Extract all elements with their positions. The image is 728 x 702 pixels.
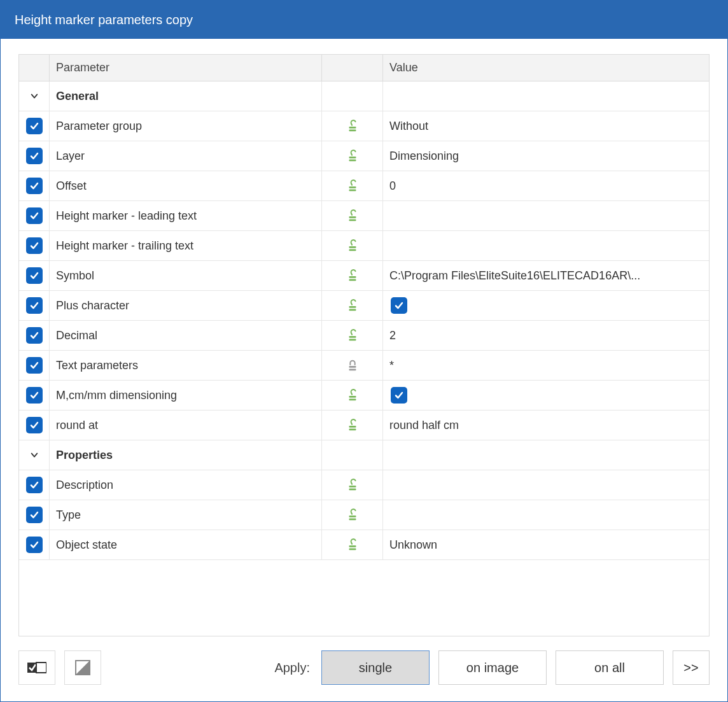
row-checkbox[interactable] (26, 118, 43, 134)
unlock-icon[interactable] (346, 388, 360, 402)
header-parameter[interactable]: Parameter (50, 55, 322, 81)
svg-rect-2 (349, 157, 356, 158)
row-checkbox[interactable] (26, 507, 43, 523)
svg-rect-25 (349, 519, 356, 521)
parameter-label: Parameter group (56, 120, 142, 133)
parameter-label: Decimal (56, 329, 97, 342)
titlebar: Height marker parameters copy (1, 1, 727, 39)
apply-single-button[interactable]: single (321, 650, 430, 685)
row-checkbox[interactable] (26, 477, 43, 493)
table-row: Text parameters* (19, 351, 709, 381)
row-checkbox[interactable] (26, 237, 43, 254)
group-row[interactable]: Properties (19, 440, 709, 470)
close-icon[interactable] (703, 8, 713, 31)
group-row[interactable]: General (19, 81, 709, 111)
apply-on-all-button[interactable]: on all (556, 650, 664, 685)
header-check-col (19, 55, 50, 81)
svg-rect-7 (349, 220, 356, 221)
unlock-icon[interactable] (346, 179, 360, 193)
value-text[interactable]: C:\Program Files\EliteSuite16\ELITECAD16… (389, 269, 640, 283)
grid-header: Parameter Value (19, 55, 709, 81)
row-checkbox[interactable] (26, 387, 43, 404)
unlock-icon[interactable] (346, 119, 360, 133)
unlock-icon[interactable] (346, 538, 360, 552)
value-text[interactable]: Without (389, 120, 428, 133)
apply-on-image-button[interactable]: on image (438, 650, 547, 685)
table-row: round atround half cm (19, 411, 709, 440)
parameter-label: Type (56, 509, 81, 522)
table-row: Parameter groupWithout (19, 111, 709, 141)
svg-rect-14 (349, 336, 356, 338)
header-lock-col (322, 55, 383, 81)
svg-rect-23 (349, 489, 356, 491)
group-label: General (56, 90, 99, 103)
unlock-icon[interactable] (346, 269, 360, 283)
unlock-icon[interactable] (346, 328, 360, 342)
svg-rect-21 (349, 429, 356, 431)
dialog-footer: Apply: single on image on all >> (1, 636, 727, 701)
parameter-grid: Parameter Value GeneralParameter groupWi… (18, 54, 710, 636)
row-checkbox[interactable] (26, 207, 43, 224)
value-text[interactable]: Unknown (389, 538, 437, 552)
value-text[interactable]: 2 (389, 329, 396, 342)
dialog-window: Height marker parameters copy Parameter … (0, 0, 728, 702)
window-title: Height marker parameters copy (15, 13, 703, 27)
unlock-icon[interactable] (346, 298, 360, 312)
svg-rect-3 (349, 160, 356, 162)
parameter-label: Plus character (56, 299, 129, 312)
table-row: Plus character (19, 291, 709, 321)
header-value[interactable]: Value (383, 55, 709, 81)
svg-rect-6 (349, 216, 356, 218)
row-checkbox[interactable] (26, 327, 43, 344)
svg-rect-16 (349, 366, 356, 368)
table-row: SymbolC:\Program Files\EliteSuite16\ELIT… (19, 261, 709, 291)
parameter-label: Description (56, 479, 113, 492)
svg-rect-19 (349, 399, 356, 401)
value-text[interactable]: round half cm (389, 419, 459, 432)
svg-rect-22 (349, 486, 356, 488)
unlock-icon[interactable] (346, 508, 360, 522)
row-checkbox[interactable] (26, 148, 43, 164)
unlock-icon[interactable] (346, 478, 360, 492)
unlock-icon[interactable] (346, 209, 360, 223)
svg-rect-9 (349, 249, 356, 251)
lock-icon[interactable] (346, 358, 360, 372)
parameter-label: M,cm/mm dimensioning (56, 389, 177, 402)
svg-rect-20 (349, 426, 356, 428)
check-all-button[interactable] (18, 650, 55, 685)
value-text[interactable]: Dimensioning (389, 150, 459, 163)
table-row: Description (19, 470, 709, 500)
unlock-icon[interactable] (346, 149, 360, 163)
invert-check-button[interactable] (64, 650, 101, 685)
chevron-down-icon[interactable] (29, 90, 40, 102)
table-row: M,cm/mm dimensioning (19, 381, 709, 411)
chevron-down-icon[interactable] (29, 449, 40, 461)
parameter-label: round at (56, 419, 98, 432)
parameter-label: Height marker - trailing text (56, 239, 193, 253)
row-checkbox[interactable] (26, 267, 43, 284)
grid-body: GeneralParameter groupWithoutLayerDimens… (19, 81, 709, 636)
svg-rect-8 (349, 246, 356, 248)
more-button[interactable]: >> (673, 650, 710, 685)
svg-rect-15 (349, 339, 356, 341)
value-checkbox[interactable] (391, 297, 407, 314)
svg-rect-24 (349, 516, 356, 517)
row-checkbox[interactable] (26, 357, 43, 374)
svg-rect-27 (349, 549, 356, 551)
parameter-label: Height marker - leading text (56, 209, 197, 223)
group-label: Properties (56, 449, 113, 462)
svg-rect-26 (349, 545, 356, 547)
table-row: Offset0 (19, 171, 709, 201)
table-row: Height marker - trailing text (19, 231, 709, 261)
row-checkbox[interactable] (26, 297, 43, 314)
unlock-icon[interactable] (346, 239, 360, 253)
value-text[interactable]: * (389, 359, 394, 372)
row-checkbox[interactable] (26, 417, 43, 433)
value-checkbox[interactable] (391, 387, 407, 404)
value-text[interactable]: 0 (389, 179, 396, 193)
svg-rect-5 (349, 190, 356, 192)
row-checkbox[interactable] (26, 537, 43, 553)
row-checkbox[interactable] (26, 178, 43, 194)
svg-rect-29 (36, 663, 46, 673)
unlock-icon[interactable] (346, 418, 360, 432)
